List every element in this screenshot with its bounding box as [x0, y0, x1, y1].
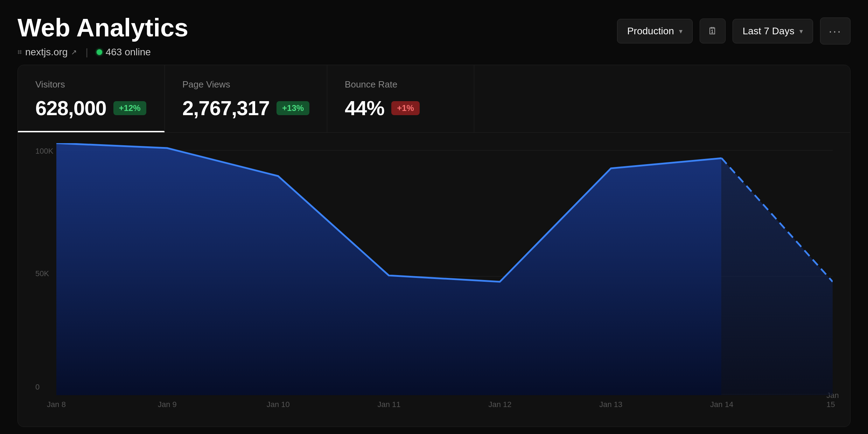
metric-visitors[interactable]: Visitors 628,000 +12%: [18, 65, 165, 132]
x-label-jan14: Jan 14: [710, 400, 733, 409]
page-header: Web Analytics ⌗ nextjs.org ↗ | 463 onlin…: [0, 0, 868, 65]
pageviews-value-row: 2,767,317 +13%: [182, 96, 309, 120]
x-label-jan13: Jan 13: [599, 400, 622, 409]
metric-pageviews[interactable]: Page Views 2,767,317 +13%: [165, 65, 327, 132]
header-controls: Production ▾ 🗓 Last 7 Days ▾ ···: [617, 18, 850, 44]
date-range-label: Last 7 Days: [743, 26, 794, 37]
site-icon: ⌗: [18, 48, 22, 57]
bouncerate-badge: +1%: [391, 101, 420, 115]
bouncerate-value: 44%: [345, 96, 384, 120]
production-dropdown[interactable]: Production ▾: [617, 19, 693, 43]
chart-area-fill-solid: [56, 143, 722, 395]
metric-bouncerate[interactable]: Bounce Rate 44% +1%: [327, 65, 474, 132]
production-label: Production: [627, 26, 674, 37]
calendar-icon: 🗓: [708, 25, 718, 37]
visitors-value: 628,000: [35, 96, 106, 120]
metric-empty: [474, 65, 850, 132]
pageviews-value: 2,767,317: [182, 96, 270, 120]
bouncerate-label: Bounce Rate: [345, 79, 456, 90]
visitors-badge: +12%: [113, 101, 146, 115]
metrics-row: Visitors 628,000 +12% Page Views 2,767,3…: [18, 65, 850, 133]
header-left: Web Analytics ⌗ nextjs.org ↗ | 463 onlin…: [18, 14, 188, 58]
chart-container: 100K 50K 0 Jan 8 Jan 9 Jan 10 Jan 11 Jan…: [35, 143, 833, 409]
date-range-dropdown[interactable]: Last 7 Days ▾: [733, 19, 813, 43]
separator: |: [85, 47, 88, 58]
y-label-50k: 50K: [35, 269, 49, 278]
chart-svg: [56, 143, 833, 395]
external-link-icon: ↗: [71, 48, 77, 56]
online-count: 463 online: [106, 47, 151, 58]
chart-area-fill-dashed: [722, 158, 833, 395]
chevron-down-icon-2: ▾: [799, 27, 803, 35]
chart-area: 100K 50K 0 Jan 8 Jan 9 Jan 10 Jan 11 Jan…: [18, 133, 850, 427]
x-label-jan9: Jan 9: [158, 400, 177, 409]
main-card: Visitors 628,000 +12% Page Views 2,767,3…: [18, 65, 850, 427]
more-options-button[interactable]: ···: [820, 18, 850, 44]
site-name: nextjs.org: [25, 47, 68, 58]
visitors-value-row: 628,000 +12%: [35, 96, 147, 120]
more-icon: ···: [829, 24, 842, 38]
calendar-button[interactable]: 🗓: [700, 19, 726, 43]
x-label-jan10: Jan 10: [267, 400, 290, 409]
y-label-0: 0: [35, 383, 40, 392]
bouncerate-value-row: 44% +1%: [345, 96, 456, 120]
online-indicator: 463 online: [97, 47, 151, 58]
pageviews-label: Page Views: [182, 79, 309, 90]
header-subtitle: ⌗ nextjs.org ↗ | 463 online: [18, 47, 188, 58]
page-title: Web Analytics: [18, 14, 188, 42]
pageviews-badge: +13%: [276, 101, 309, 115]
site-link[interactable]: ⌗ nextjs.org ↗: [18, 47, 77, 58]
visitors-label: Visitors: [35, 79, 147, 90]
chevron-down-icon: ▾: [679, 27, 682, 35]
x-label-jan12: Jan 12: [488, 400, 511, 409]
x-label-jan8: Jan 8: [47, 400, 66, 409]
x-label-jan11: Jan 11: [378, 400, 401, 409]
y-label-100k: 100K: [35, 147, 53, 156]
online-dot: [97, 49, 102, 55]
